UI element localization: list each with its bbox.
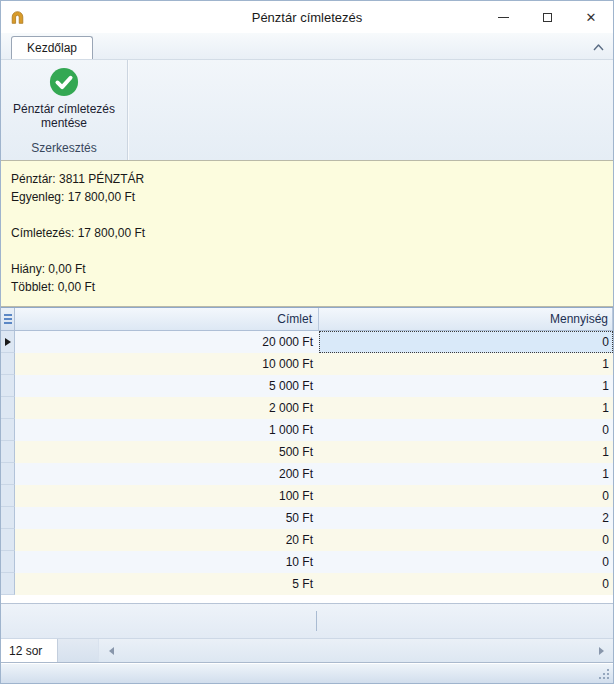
cell-mennyiseg[interactable]: 0 — [319, 331, 613, 353]
cell-cimlet[interactable]: 50 Ft — [15, 507, 319, 529]
table-row: 50 Ft2 — [1, 507, 613, 529]
cell-mennyiseg[interactable]: 1 — [319, 463, 613, 485]
cell-cimlet[interactable]: 200 Ft — [15, 463, 319, 485]
grid-empty-area — [1, 595, 613, 604]
save-button-label-line2: mentése — [13, 116, 115, 130]
cell-cimlet[interactable]: 100 Ft — [15, 485, 319, 507]
row-indicator[interactable] — [1, 353, 15, 375]
row-indicator[interactable] — [1, 573, 15, 595]
column-header-cimlet[interactable]: Címlet — [15, 308, 319, 330]
cell-cimlet[interactable]: 10 000 Ft — [15, 353, 319, 375]
summary-line: Címletezés: 17 800,00 Ft — [11, 224, 603, 242]
cell-mennyiseg[interactable]: 1 — [319, 375, 613, 397]
table-row: 10 Ft0 — [1, 551, 613, 573]
resize-grip[interactable] — [598, 668, 610, 680]
cell-mennyiseg[interactable]: 2 — [319, 507, 613, 529]
summary-line: Hiány: 0,00 Ft — [11, 260, 603, 278]
ribbon-collapse-button[interactable] — [591, 40, 605, 54]
summary-panel: Pénztár: 3811 PÉNZTÁREgyenleg: 17 800,00… — [1, 160, 613, 307]
cell-cimlet[interactable]: 10 Ft — [15, 551, 319, 573]
maximize-icon — [543, 13, 552, 22]
chevron-up-icon — [592, 42, 605, 53]
cell-cimlet[interactable]: 2 000 Ft — [15, 397, 319, 419]
minimize-icon — [498, 17, 509, 18]
cell-cimlet[interactable]: 20 Ft — [15, 529, 319, 551]
scroll-right-icon — [599, 647, 604, 655]
cell-cimlet[interactable]: 20 000 Ft — [15, 331, 319, 353]
cell-mennyiseg[interactable]: 0 — [319, 419, 613, 441]
cell-cimlet[interactable]: 1 000 Ft — [15, 419, 319, 441]
row-indicator[interactable] — [1, 375, 15, 397]
tab-kezdolap[interactable]: Kezdőlap — [11, 36, 93, 59]
row-indicator[interactable] — [1, 463, 15, 485]
ribbon-group-szerkesztes: Pénztár címletezés mentése Szerkesztés — [1, 60, 128, 160]
ribbon-tabstrip: Kezdőlap — [1, 33, 613, 60]
table-row: 500 Ft1 — [1, 441, 613, 463]
column-header-mennyiseg[interactable]: Mennyiség — [319, 308, 613, 330]
scroll-right-button[interactable] — [589, 639, 613, 662]
minimize-button[interactable] — [481, 1, 525, 33]
cell-mennyiseg[interactable]: 0 — [319, 573, 613, 595]
table-row: 20 Ft0 — [1, 529, 613, 551]
row-indicator[interactable] — [1, 419, 15, 441]
grid-menu-icon[interactable] — [1, 308, 15, 330]
grid-body: 20 000 Ft010 000 Ft15 000 Ft12 000 Ft11 … — [1, 331, 613, 595]
cell-cimlet[interactable]: 5 000 Ft — [15, 375, 319, 397]
table-row: 200 Ft1 — [1, 463, 613, 485]
scrollbar-spacer — [58, 639, 99, 662]
row-indicator[interactable] — [1, 485, 15, 507]
row-indicator[interactable] — [1, 551, 15, 573]
column-divider — [316, 611, 317, 631]
summary-line — [11, 242, 603, 260]
grid-footer-area — [1, 604, 613, 638]
summary-line: Többlet: 0,00 Ft — [11, 278, 603, 296]
table-row: 2 000 Ft1 — [1, 397, 613, 419]
cell-cimlet[interactable]: 5 Ft — [15, 573, 319, 595]
summary-line — [11, 206, 603, 224]
app-window: Pénztár címletezés ✕ Kezdőlap — [0, 0, 614, 684]
tab-label: Kezdőlap — [27, 41, 77, 55]
maximize-button[interactable] — [525, 1, 569, 33]
cell-mennyiseg[interactable]: 1 — [319, 397, 613, 419]
summary-line: Pénztár: 3811 PÉNZTÁR — [11, 170, 603, 188]
cell-cimlet[interactable]: 500 Ft — [15, 441, 319, 463]
row-indicator[interactable] — [1, 397, 15, 419]
row-count-badge: 12 sor — [1, 639, 58, 662]
table-row: 5 000 Ft1 — [1, 375, 613, 397]
grid-header: Címlet Mennyiség — [1, 307, 613, 331]
current-row-arrow-icon — [5, 338, 11, 346]
save-denomination-button[interactable]: Pénztár címletezés mentése — [9, 65, 119, 132]
scroll-left-button[interactable] — [99, 639, 123, 662]
close-icon: ✕ — [586, 10, 597, 25]
close-button[interactable]: ✕ — [569, 1, 613, 33]
cell-mennyiseg[interactable]: 0 — [319, 485, 613, 507]
row-indicator[interactable] — [1, 529, 15, 551]
grid-scroll-row: 12 sor — [1, 638, 613, 662]
status-strip — [1, 662, 613, 683]
cell-mennyiseg[interactable]: 1 — [319, 441, 613, 463]
row-indicator[interactable] — [1, 441, 15, 463]
table-row: 100 Ft0 — [1, 485, 613, 507]
summary-line: Egyenleg: 17 800,00 Ft — [11, 188, 603, 206]
save-button-label-line1: Pénztár címletezés — [13, 102, 115, 116]
horizontal-scrollbar-track[interactable] — [123, 639, 589, 662]
row-indicator[interactable] — [1, 507, 15, 529]
ribbon: Pénztár címletezés mentése Szerkesztés — [1, 60, 613, 160]
table-row: 10 000 Ft1 — [1, 353, 613, 375]
table-row: 1 000 Ft0 — [1, 419, 613, 441]
table-row: 20 000 Ft0 — [1, 331, 613, 353]
row-indicator[interactable] — [1, 331, 15, 353]
titlebar: Pénztár címletezés ✕ — [1, 1, 613, 33]
check-circle-icon — [49, 67, 79, 97]
ribbon-group-caption: Szerkesztés — [1, 141, 127, 155]
table-row: 5 Ft0 — [1, 573, 613, 595]
cell-mennyiseg[interactable]: 1 — [319, 353, 613, 375]
cell-mennyiseg[interactable]: 0 — [319, 529, 613, 551]
cell-mennyiseg[interactable]: 0 — [319, 551, 613, 573]
scroll-left-icon — [109, 647, 114, 655]
